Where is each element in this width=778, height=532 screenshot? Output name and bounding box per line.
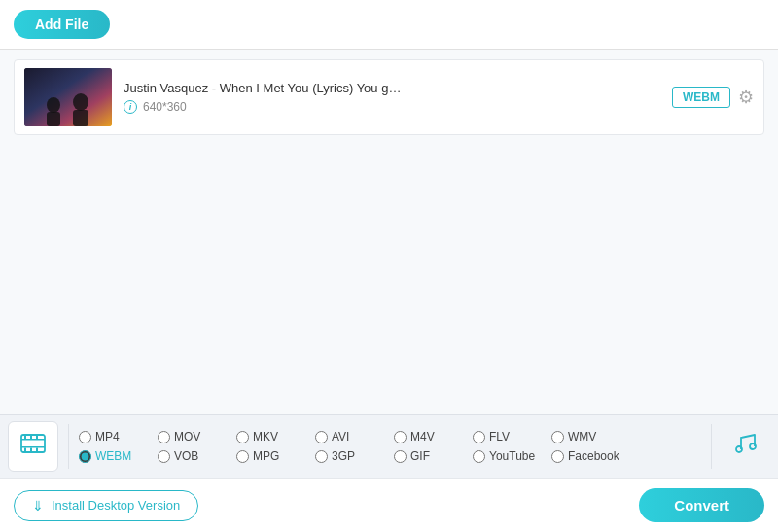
bottom-panel: MP4 MOV MKV AVI M4V FLV: [0, 414, 778, 478]
svg-rect-7: [21, 446, 45, 448]
format-option-gif[interactable]: GIF: [390, 447, 469, 465]
install-label: Install Desktop Version: [52, 498, 180, 513]
file-meta: i 640*360: [124, 100, 660, 114]
format-option-mp4[interactable]: MP4: [75, 428, 154, 445]
svg-rect-12: [30, 448, 32, 452]
music-icon: [731, 430, 759, 463]
format-option-youtube[interactable]: YouTube: [469, 447, 548, 465]
svg-rect-4: [73, 110, 88, 126]
format-label-facebook: Facebook: [568, 449, 619, 463]
format-label-avi: AVI: [332, 430, 349, 443]
convert-button[interactable]: Convert: [639, 488, 764, 522]
format-label-gif: GIF: [410, 449, 430, 463]
format-label-3gp: 3GP: [332, 449, 355, 463]
add-file-button[interactable]: Add File: [14, 10, 110, 39]
footer-bar: ⇓ Install Desktop Version Convert: [0, 478, 778, 532]
svg-point-1: [47, 97, 60, 113]
format-option-3gp[interactable]: 3GP: [311, 447, 390, 465]
format-option-mkv[interactable]: MKV: [232, 428, 311, 445]
svg-rect-10: [36, 435, 38, 439]
format-section: MP4 MOV MKV AVI M4V FLV: [0, 415, 778, 478]
format-label-mkv: MKV: [253, 430, 278, 443]
format-label-mov: MOV: [174, 430, 200, 443]
file-thumbnail: [24, 68, 112, 126]
format-label-vob: VOB: [174, 449, 198, 463]
format-option-wmv[interactable]: WMV: [548, 428, 626, 445]
top-bar: Add File: [0, 0, 778, 50]
svg-rect-8: [24, 435, 26, 439]
format-label-webm: WEBM: [95, 449, 131, 463]
format-label-youtube: YouTube: [489, 449, 535, 463]
format-label-mp4: MP4: [95, 430, 120, 443]
svg-rect-11: [24, 448, 26, 452]
svg-rect-9: [30, 435, 32, 439]
formats-grid: MP4 MOV MKV AVI M4V FLV: [68, 424, 712, 469]
format-label-wmv: WMV: [568, 430, 596, 443]
format-option-facebook[interactable]: Facebook: [548, 447, 626, 465]
svg-rect-13: [36, 448, 38, 452]
file-list: Justin Vasquez - When I Met You (Lyrics)…: [0, 50, 778, 414]
audio-format-icon-box[interactable]: [720, 421, 770, 472]
svg-rect-6: [21, 439, 45, 441]
format-option-mpg[interactable]: MPG: [232, 447, 311, 465]
format-option-avi[interactable]: AVI: [311, 428, 390, 445]
format-option-webm[interactable]: WEBM: [75, 447, 154, 465]
svg-point-3: [73, 93, 88, 111]
film-icon: [19, 430, 47, 463]
download-icon: ⇓: [32, 498, 44, 514]
format-label-flv: FLV: [489, 430, 510, 443]
format-option-vob[interactable]: VOB: [154, 447, 232, 465]
format-label-mpg: MPG: [253, 449, 279, 463]
settings-icon[interactable]: ⚙: [738, 87, 754, 108]
file-actions: WEBM ⚙: [672, 87, 754, 108]
svg-rect-0: [24, 68, 112, 126]
format-label-m4v: M4V: [410, 430, 435, 443]
format-option-m4v[interactable]: M4V: [390, 428, 469, 445]
file-item: Justin Vasquez - When I Met You (Lyrics)…: [14, 59, 764, 135]
format-option-flv[interactable]: FLV: [469, 428, 548, 445]
install-desktop-button[interactable]: ⇓ Install Desktop Version: [14, 490, 198, 521]
file-title: Justin Vasquez - When I Met You (Lyrics)…: [124, 81, 660, 95]
format-badge: WEBM: [672, 87, 730, 108]
file-info: Justin Vasquez - When I Met You (Lyrics)…: [124, 81, 660, 114]
thumbnail-image: [24, 68, 112, 126]
file-resolution: 640*360: [143, 100, 187, 114]
format-option-mov[interactable]: MOV: [154, 428, 232, 445]
info-icon: i: [124, 100, 137, 114]
video-format-icon-box[interactable]: [8, 421, 58, 472]
svg-rect-2: [47, 112, 60, 126]
